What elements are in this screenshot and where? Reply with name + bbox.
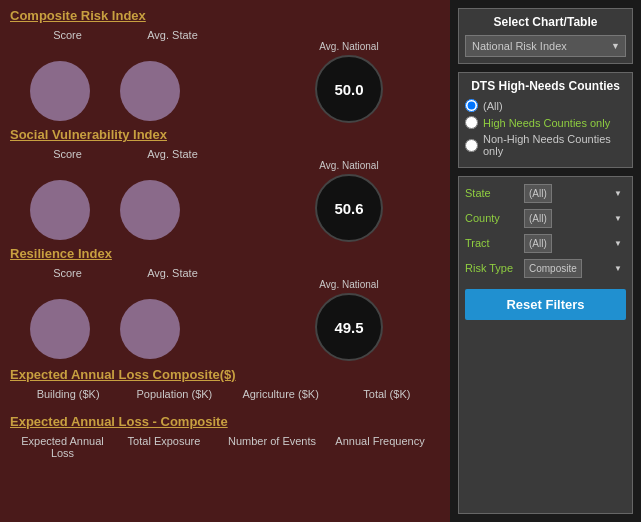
- svi-labels-row: Score Avg. State: [15, 148, 440, 160]
- main-panel: Composite Risk Index Score Avg. State Av…: [0, 0, 450, 522]
- svi-score-circle: [30, 180, 90, 240]
- svi-national-label: Avg. National: [319, 160, 378, 171]
- filter-label-county: County: [465, 212, 520, 224]
- tract-filter[interactable]: (All): [524, 234, 552, 253]
- resilience-score-circle: [30, 299, 90, 359]
- eal-composite2-section: Expected Annual Loss - Composite Expecte…: [10, 414, 440, 459]
- resilience-national-circle: 49.5: [315, 293, 383, 361]
- svi-title: Social Vulnerability Index: [10, 127, 440, 142]
- chart-table-box: Select Chart/Table National Risk Index S…: [458, 8, 633, 64]
- dts-title: DTS High-Needs Counties: [465, 79, 626, 93]
- risktype-dropdown-wrapper: Composite: [524, 258, 626, 278]
- dts-radio-high[interactable]: High Needs Counties only: [465, 116, 626, 129]
- chart-table-dropdown-wrapper: National Risk Index State Risk Index Cou…: [465, 35, 626, 57]
- resilience-title: Resilience Index: [10, 246, 440, 261]
- composite-labels-row: Score Avg. State: [15, 29, 440, 41]
- dts-radio-high-input[interactable]: [465, 116, 478, 129]
- resilience-section: Resilience Index Score Avg. State Avg. N…: [10, 246, 440, 359]
- eal2-col-events: Number of Events: [218, 435, 326, 459]
- svi-section: Social Vulnerability Index Score Avg. St…: [10, 127, 440, 240]
- svi-state-circle: [120, 180, 180, 240]
- svi-national-group: Avg. National 50.6: [315, 160, 383, 242]
- dts-radio-non-input[interactable]: [465, 139, 478, 152]
- eal2-col-loss: Expected Annual Loss: [15, 435, 110, 459]
- svi-score-label: Score: [15, 148, 120, 160]
- filter-row-county: County (All): [465, 208, 626, 228]
- filter-row-state: State (All): [465, 183, 626, 203]
- chart-table-dropdown[interactable]: National Risk Index State Risk Index Cou…: [465, 35, 626, 57]
- resilience-state-circle: [120, 299, 180, 359]
- eal-col-agriculture: Agriculture ($K): [228, 388, 334, 400]
- eal2-col-frequency: Annual Frequency: [326, 435, 434, 459]
- eal2-col-headers: Expected Annual Loss Total Exposure Numb…: [15, 435, 440, 459]
- filter-label-risktype: Risk Type: [465, 262, 520, 274]
- filters-box: State (All) County (All) Tract (All): [458, 176, 633, 514]
- dts-label-non: Non-High Needs Counties only: [483, 133, 626, 157]
- resilience-national-value: 49.5: [334, 319, 363, 336]
- right-panel: Select Chart/Table National Risk Index S…: [450, 0, 641, 522]
- eal-composite-title: Expected Annual Loss Composite($): [10, 367, 440, 382]
- composite-risk-index-title: Composite Risk Index: [10, 8, 440, 23]
- filter-label-state: State: [465, 187, 520, 199]
- state-dropdown-wrapper: (All): [524, 183, 626, 203]
- state-filter[interactable]: (All): [524, 184, 552, 203]
- tract-dropdown-wrapper: (All): [524, 233, 626, 253]
- composite-risk-index-section: Composite Risk Index Score Avg. State Av…: [10, 8, 440, 121]
- composite-national-circle: 50.0: [315, 55, 383, 123]
- eal-col-total: Total ($K): [334, 388, 440, 400]
- resilience-score-label: Score: [15, 267, 120, 279]
- risk-type-filter[interactable]: Composite: [524, 259, 582, 278]
- resilience-state-label: Avg. State: [120, 267, 225, 279]
- chart-table-title: Select Chart/Table: [465, 15, 626, 29]
- resilience-national-label: Avg. National: [319, 279, 378, 290]
- eal-composite-col-headers: Building ($K) Population ($K) Agricultur…: [15, 388, 440, 400]
- reset-filters-button[interactable]: Reset Filters: [465, 289, 626, 320]
- svi-circles-row: Avg. National 50.6: [15, 160, 440, 240]
- composite-national-value: 50.0: [334, 81, 363, 98]
- resilience-labels-row: Score Avg. State: [15, 267, 440, 279]
- dts-radio-all[interactable]: (All): [465, 99, 626, 112]
- county-dropdown-wrapper: (All): [524, 208, 626, 228]
- eal-col-building: Building ($K): [15, 388, 121, 400]
- svi-national-circle: 50.6: [315, 174, 383, 242]
- dts-label-all: (All): [483, 100, 503, 112]
- eal-composite-section: Expected Annual Loss Composite($) Buildi…: [10, 367, 440, 400]
- composite-national-group: Avg. National 50.0: [315, 41, 383, 123]
- composite-circles-row: Avg. National 50.0: [15, 41, 440, 121]
- composite-score-circle: [30, 61, 90, 121]
- dts-radio-non[interactable]: Non-High Needs Counties only: [465, 133, 626, 157]
- dts-box: DTS High-Needs Counties (All) High Needs…: [458, 72, 633, 168]
- composite-score-label: Score: [15, 29, 120, 41]
- resilience-national-group: Avg. National 49.5: [315, 279, 383, 361]
- filter-label-tract: Tract: [465, 237, 520, 249]
- eal2-col-exposure: Total Exposure: [110, 435, 218, 459]
- svi-state-label: Avg. State: [120, 148, 225, 160]
- resilience-circles-row: Avg. National 49.5: [15, 279, 440, 359]
- eal-composite2-title: Expected Annual Loss - Composite: [10, 414, 440, 429]
- filter-row-risktype: Risk Type Composite: [465, 258, 626, 278]
- composite-national-label: Avg. National: [319, 41, 378, 52]
- eal-col-population: Population ($K): [121, 388, 227, 400]
- dts-label-high: High Needs Counties only: [483, 117, 610, 129]
- composite-state-circle: [120, 61, 180, 121]
- composite-state-label: Avg. State: [120, 29, 225, 41]
- county-filter[interactable]: (All): [524, 209, 552, 228]
- filter-row-tract: Tract (All): [465, 233, 626, 253]
- svi-national-value: 50.6: [334, 200, 363, 217]
- dts-radio-all-input[interactable]: [465, 99, 478, 112]
